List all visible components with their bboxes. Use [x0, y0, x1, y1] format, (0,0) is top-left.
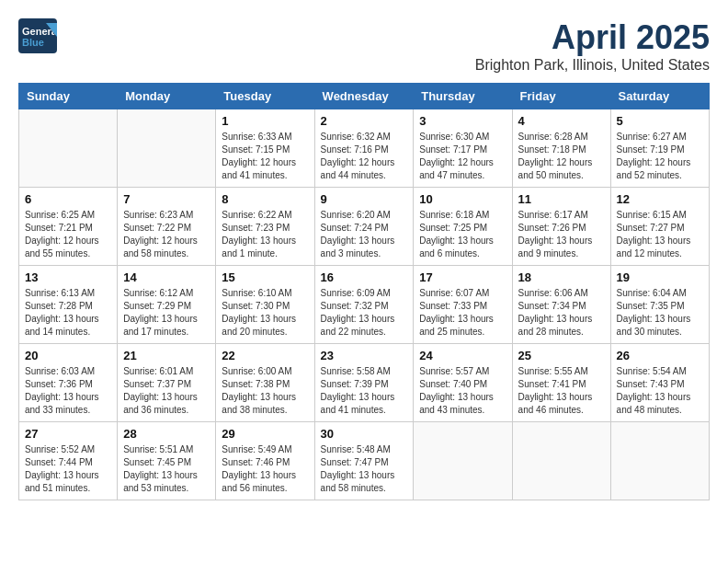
calendar-cell: 18Sunrise: 6:06 AM Sunset: 7:34 PM Dayli…	[512, 266, 610, 344]
day-info: Sunrise: 5:58 AM Sunset: 7:39 PM Dayligh…	[321, 365, 408, 417]
calendar-cell: 24Sunrise: 5:57 AM Sunset: 7:40 PM Dayli…	[414, 344, 512, 422]
title-block: April 2025 Brighton Park, Illinois, Unit…	[475, 18, 710, 74]
calendar-cell: 9Sunrise: 6:20 AM Sunset: 7:24 PM Daylig…	[314, 188, 414, 266]
day-number: 12	[617, 192, 703, 206]
col-thursday: Thursday	[414, 84, 512, 109]
day-number: 15	[222, 270, 308, 284]
day-info: Sunrise: 6:07 AM Sunset: 7:33 PM Dayligh…	[419, 287, 506, 339]
day-info: Sunrise: 6:06 AM Sunset: 7:34 PM Dayligh…	[518, 287, 605, 339]
calendar-cell: 3Sunrise: 6:30 AM Sunset: 7:17 PM Daylig…	[414, 109, 512, 188]
day-info: Sunrise: 6:13 AM Sunset: 7:28 PM Dayligh…	[25, 287, 111, 339]
calendar-cell	[118, 109, 216, 188]
day-info: Sunrise: 6:15 AM Sunset: 7:27 PM Dayligh…	[617, 209, 703, 260]
day-info: Sunrise: 5:55 AM Sunset: 7:41 PM Dayligh…	[518, 365, 605, 417]
day-info: Sunrise: 6:18 AM Sunset: 7:25 PM Dayligh…	[419, 209, 506, 260]
calendar-cell: 15Sunrise: 6:10 AM Sunset: 7:30 PM Dayli…	[216, 266, 314, 344]
day-info: Sunrise: 5:48 AM Sunset: 7:47 PM Dayligh…	[321, 443, 408, 495]
day-info: Sunrise: 5:54 AM Sunset: 7:43 PM Dayligh…	[617, 365, 703, 417]
calendar-cell: 5Sunrise: 6:27 AM Sunset: 7:19 PM Daylig…	[610, 109, 709, 188]
calendar-week-row: 1Sunrise: 6:33 AM Sunset: 7:15 PM Daylig…	[19, 109, 710, 188]
calendar-cell: 1Sunrise: 6:33 AM Sunset: 7:15 PM Daylig…	[216, 109, 314, 188]
day-info: Sunrise: 5:52 AM Sunset: 7:44 PM Dayligh…	[25, 443, 111, 495]
day-number: 19	[617, 270, 703, 284]
col-wednesday: Wednesday	[314, 84, 414, 109]
calendar-cell: 13Sunrise: 6:13 AM Sunset: 7:28 PM Dayli…	[19, 266, 118, 344]
col-saturday: Saturday	[610, 84, 709, 109]
calendar-header-row: Sunday Monday Tuesday Wednesday Thursday…	[19, 84, 710, 109]
logo: General Blue	[18, 18, 57, 53]
calendar-cell: 7Sunrise: 6:23 AM Sunset: 7:22 PM Daylig…	[118, 188, 216, 266]
day-number: 16	[321, 270, 408, 284]
day-info: Sunrise: 6:32 AM Sunset: 7:16 PM Dayligh…	[321, 131, 408, 182]
day-info: Sunrise: 6:00 AM Sunset: 7:38 PM Dayligh…	[222, 365, 308, 417]
day-info: Sunrise: 5:49 AM Sunset: 7:46 PM Dayligh…	[222, 443, 308, 495]
svg-text:Blue: Blue	[22, 37, 44, 48]
day-info: Sunrise: 6:10 AM Sunset: 7:30 PM Dayligh…	[222, 287, 308, 339]
day-info: Sunrise: 6:12 AM Sunset: 7:29 PM Dayligh…	[123, 287, 210, 339]
day-info: Sunrise: 6:03 AM Sunset: 7:36 PM Dayligh…	[25, 365, 111, 417]
calendar-week-row: 27Sunrise: 5:52 AM Sunset: 7:44 PM Dayli…	[19, 422, 710, 500]
day-number: 26	[617, 349, 703, 362]
calendar-cell: 20Sunrise: 6:03 AM Sunset: 7:36 PM Dayli…	[19, 344, 118, 422]
day-number: 11	[518, 192, 605, 206]
calendar-week-row: 6Sunrise: 6:25 AM Sunset: 7:21 PM Daylig…	[19, 188, 710, 266]
calendar-cell: 6Sunrise: 6:25 AM Sunset: 7:21 PM Daylig…	[19, 188, 118, 266]
calendar-cell: 27Sunrise: 5:52 AM Sunset: 7:44 PM Dayli…	[19, 422, 118, 500]
day-number: 14	[123, 270, 210, 284]
day-number: 5	[617, 114, 703, 128]
calendar-cell: 16Sunrise: 6:09 AM Sunset: 7:32 PM Dayli…	[314, 266, 414, 344]
calendar-body: 1Sunrise: 6:33 AM Sunset: 7:15 PM Daylig…	[19, 109, 710, 500]
day-number: 21	[123, 349, 210, 362]
calendar-subtitle: Brighton Park, Illinois, United States	[475, 57, 710, 74]
calendar-cell: 2Sunrise: 6:32 AM Sunset: 7:16 PM Daylig…	[314, 109, 414, 188]
calendar-cell: 4Sunrise: 6:28 AM Sunset: 7:18 PM Daylig…	[512, 109, 610, 188]
day-number: 1	[222, 114, 308, 128]
day-number: 28	[123, 427, 210, 441]
page-header: General Blue April 2025 Brighton Park, I…	[18, 18, 710, 74]
day-number: 27	[25, 427, 111, 441]
calendar-cell: 8Sunrise: 6:22 AM Sunset: 7:23 PM Daylig…	[216, 188, 314, 266]
day-info: Sunrise: 6:23 AM Sunset: 7:22 PM Dayligh…	[123, 209, 210, 260]
calendar-cell	[610, 422, 709, 500]
day-number: 13	[25, 270, 111, 284]
col-monday: Monday	[118, 84, 216, 109]
calendar-cell: 14Sunrise: 6:12 AM Sunset: 7:29 PM Dayli…	[118, 266, 216, 344]
day-info: Sunrise: 6:30 AM Sunset: 7:17 PM Dayligh…	[419, 131, 506, 182]
day-info: Sunrise: 6:20 AM Sunset: 7:24 PM Dayligh…	[321, 209, 408, 260]
day-number: 9	[321, 192, 408, 206]
day-info: Sunrise: 6:09 AM Sunset: 7:32 PM Dayligh…	[321, 287, 408, 339]
day-number: 6	[25, 192, 111, 206]
day-number: 2	[321, 114, 408, 128]
col-friday: Friday	[512, 84, 610, 109]
day-info: Sunrise: 5:51 AM Sunset: 7:45 PM Dayligh…	[123, 443, 210, 495]
calendar-cell: 21Sunrise: 6:01 AM Sunset: 7:37 PM Dayli…	[118, 344, 216, 422]
day-number: 18	[518, 270, 605, 284]
day-number: 25	[518, 349, 605, 362]
day-number: 7	[123, 192, 210, 206]
day-number: 10	[419, 192, 506, 206]
day-info: Sunrise: 6:27 AM Sunset: 7:19 PM Dayligh…	[617, 131, 703, 182]
col-tuesday: Tuesday	[216, 84, 314, 109]
calendar-cell: 12Sunrise: 6:15 AM Sunset: 7:27 PM Dayli…	[610, 188, 709, 266]
day-number: 24	[419, 349, 506, 362]
calendar-cell: 25Sunrise: 5:55 AM Sunset: 7:41 PM Dayli…	[512, 344, 610, 422]
calendar-cell: 11Sunrise: 6:17 AM Sunset: 7:26 PM Dayli…	[512, 188, 610, 266]
calendar-cell	[512, 422, 610, 500]
day-number: 22	[222, 349, 308, 362]
day-number: 20	[25, 349, 111, 362]
calendar-cell	[414, 422, 512, 500]
calendar-cell: 10Sunrise: 6:18 AM Sunset: 7:25 PM Dayli…	[414, 188, 512, 266]
day-number: 29	[222, 427, 308, 441]
day-info: Sunrise: 6:01 AM Sunset: 7:37 PM Dayligh…	[123, 365, 210, 417]
calendar-week-row: 20Sunrise: 6:03 AM Sunset: 7:36 PM Dayli…	[19, 344, 710, 422]
day-info: Sunrise: 6:17 AM Sunset: 7:26 PM Dayligh…	[518, 209, 605, 260]
day-info: Sunrise: 6:04 AM Sunset: 7:35 PM Dayligh…	[617, 287, 703, 339]
day-info: Sunrise: 5:57 AM Sunset: 7:40 PM Dayligh…	[419, 365, 506, 417]
calendar-week-row: 13Sunrise: 6:13 AM Sunset: 7:28 PM Dayli…	[19, 266, 710, 344]
calendar-cell: 30Sunrise: 5:48 AM Sunset: 7:47 PM Dayli…	[314, 422, 414, 500]
logo-icon: General Blue	[18, 18, 57, 53]
calendar-cell: 22Sunrise: 6:00 AM Sunset: 7:38 PM Dayli…	[216, 344, 314, 422]
day-info: Sunrise: 6:33 AM Sunset: 7:15 PM Dayligh…	[222, 131, 308, 182]
calendar-table: Sunday Monday Tuesday Wednesday Thursday…	[18, 83, 710, 500]
day-info: Sunrise: 6:22 AM Sunset: 7:23 PM Dayligh…	[222, 209, 308, 260]
